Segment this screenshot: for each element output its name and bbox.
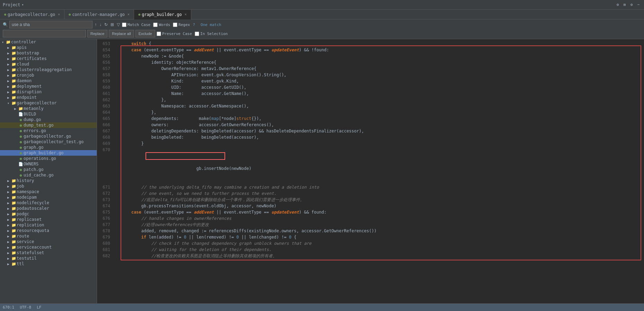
sidebar-item-resourcequota[interactable]: ▶ 📁 resourcequota [0, 228, 97, 233]
sidebar-item-replication[interactable]: ▶ 📁 replication [0, 222, 97, 228]
in-selection-option[interactable]: In Selection [195, 32, 228, 36]
sidebar-file-operations-go[interactable]: ▶ ● operations.go [0, 156, 97, 161]
code-line-654: 654 case (event.eventType == addEvent ||… [97, 47, 644, 53]
replace-input[interactable] [3, 30, 86, 37]
folder-icon-daemon: 📁 [11, 79, 17, 83]
sidebar-item-garbagecollector[interactable]: ▾ 📁 garbagecollector [0, 100, 97, 106]
code-line-672: 672 // one event, so we need to further … [97, 190, 644, 197]
tab-close-gc[interactable]: × [58, 12, 60, 16]
expand-button[interactable]: ⊞ [110, 21, 115, 28]
code-line-670: 670 gb.insertNode(newNode) [97, 147, 644, 184]
preserve-case-checkbox[interactable] [157, 32, 161, 36]
prev-match-button[interactable]: ↑ [94, 21, 97, 28]
sidebar-item-certificates[interactable]: ▶ 📁 certificates [0, 56, 97, 61]
file-icon-dump-test-go: ● [18, 123, 24, 128]
sidebar-item-apis[interactable]: ▶ 📁 apis [0, 45, 97, 50]
sidebar-file-garbagecollector-go[interactable]: ▶ ● garbagecollector.go [0, 133, 97, 139]
folder-icon-testutil: 📁 [11, 256, 17, 261]
status-encoding: UTF-8 [20, 305, 31, 310]
sidebar-item-nodeipam[interactable]: ▶ 📁 nodeipam [0, 195, 97, 200]
filter-button[interactable]: ▽ [116, 21, 121, 28]
tab-label-gc: garbagecollector.go [8, 12, 55, 17]
sidebar-item-deployment[interactable]: ▶ 📁 deployment [0, 84, 97, 89]
words-checkbox[interactable] [153, 23, 158, 27]
code-editor[interactable]: 653 switch { 654 case (event.eventType =… [97, 39, 644, 303]
code-line-671: 671 // the underlying delta_fifo may com… [97, 184, 644, 190]
preserve-case-option[interactable]: Preserve Case [157, 32, 192, 36]
code-line-676: 676 // handle changes in ownerReferences [97, 215, 644, 222]
code-line-665: 665 dependents: make(map[*node]struct{})… [97, 115, 644, 122]
sidebar-file-uid-cache-go[interactable]: ▶ ● uid_cache.go [0, 172, 97, 178]
tab-garbagecollector[interactable]: ● garbagecollector.go × [0, 10, 64, 19]
sidebar-item-bootstrap[interactable]: ▶ 📁 bootstrap [0, 50, 97, 56]
replace-all-button[interactable]: Replace all [109, 30, 134, 37]
sidebar-file-graph-go[interactable]: ▶ ● graph.go [0, 145, 97, 150]
project-label[interactable]: Project [3, 2, 20, 7]
match-case-option[interactable]: Match Case [122, 23, 150, 27]
match-case-checkbox[interactable] [122, 23, 126, 27]
file-icon-operations-go: ● [18, 156, 24, 161]
sidebar-item-podgc[interactable]: ▶ 📁 podgc [0, 211, 97, 217]
layout-icon[interactable]: ⊞ [622, 2, 627, 8]
regex-checkbox[interactable] [173, 23, 177, 27]
tab-graph-builder[interactable]: ● graph_builder.go × [134, 10, 191, 19]
file-icon-graph-builder-go: ● [18, 151, 24, 155]
exclude-button[interactable]: Exclude [135, 30, 155, 37]
minimize-icon[interactable]: − [636, 2, 641, 8]
folder-icon-apis: 📁 [11, 45, 17, 50]
sidebar-file-dump-test-go[interactable]: ▶ ● dump_test.go [0, 122, 97, 128]
sidebar-file-dump-go[interactable]: ▶ ● dump.go [0, 117, 97, 122]
sidebar-item-metaonly[interactable]: ▶ 📁 metaonly [0, 106, 97, 111]
tree-root-controller[interactable]: ▾ 📁 controller [0, 39, 97, 45]
sidebar-item-testutil[interactable]: ▶ 📁 testutil [0, 256, 97, 261]
sidebar-item-job[interactable]: ▶ 📁 job [0, 183, 97, 189]
code-line-656: 656 identity: objectReference{ [97, 59, 644, 66]
sidebar-file-BUILD[interactable]: ▶ 📄 BUILD [0, 111, 97, 117]
sidebar-item-endpoint[interactable]: ▶ 📁 endpoint [0, 95, 97, 100]
search-input[interactable] [9, 21, 92, 28]
sidebar-item-cronjob[interactable]: ▶ 📁 cronjob [0, 72, 97, 78]
code-line-658: 658 APIVersion: event.gvk.GroupVersion()… [97, 72, 644, 78]
sidebar-item-podautoscaler[interactable]: ▶ 📁 podautoscaler [0, 206, 97, 211]
sidebar-item-statefulset[interactable]: ▶ 📁 statefulset [0, 250, 97, 256]
settings-icon[interactable]: ⚙ [615, 2, 620, 8]
in-selection-checkbox[interactable] [195, 32, 199, 36]
gear-icon[interactable]: ⚙ [629, 2, 634, 8]
sidebar-item-clusterroleaggregation[interactable]: ▶ 📁 clusterroleaggregation [0, 67, 97, 72]
sidebar-item-ttl[interactable]: ▶ 📁 ttl [0, 261, 97, 267]
sidebar-item-replicaset[interactable]: ▶ 📁 replicaset [0, 217, 97, 222]
words-option[interactable]: Words [153, 23, 170, 27]
sidebar-item-nodelifecycle[interactable]: ▶ 📁 nodelifecycle [0, 200, 97, 206]
refresh-button[interactable]: ↻ [104, 21, 108, 28]
file-icon-BUILD: 📄 [18, 112, 24, 116]
file-icon-gc-go: ● [18, 134, 24, 139]
folder-icon-nodeipam: 📁 [11, 195, 17, 200]
sidebar-item-disruption[interactable]: ▶ 📁 disruption [0, 89, 97, 95]
sidebar-item-serviceaccount[interactable]: ▶ 📁 serviceaccount [0, 244, 97, 250]
tab-bar: ● garbagecollector.go × ● controller-man… [0, 10, 644, 19]
code-content: 653 switch { 654 case (event.eventType =… [97, 39, 644, 260]
regex-option[interactable]: Regex [173, 23, 190, 27]
folder-icon-disruption: 📁 [11, 90, 17, 94]
sidebar-item-namespace[interactable]: ▶ 📁 namespace [0, 189, 97, 195]
tab-close-gb[interactable]: × [185, 12, 187, 16]
tab-close-cm[interactable]: × [127, 12, 130, 16]
sidebar-file-errors-go[interactable]: ▶ ● errors.go [0, 128, 97, 133]
sidebar-item-route[interactable]: ▶ 📁 route [0, 233, 97, 239]
sidebar-item-service[interactable]: ▶ 📁 service [0, 239, 97, 244]
replace-button[interactable]: Replace [87, 30, 107, 37]
tab-controller-manager[interactable]: ● controller-manager.go × [64, 10, 134, 19]
sidebar-item-daemon[interactable]: ▶ 📁 daemon [0, 78, 97, 84]
tab-label-cm: controller-manager.go [72, 12, 125, 17]
folder-icon-bootstrap: 📁 [11, 51, 17, 55]
sidebar-file-graph-builder-go[interactable]: ▶ ● graph_builder.go [0, 150, 97, 156]
sidebar-item-history[interactable]: ▶ 📁 history [0, 178, 97, 183]
sidebar-item-cloud[interactable]: ▶ 📁 cloud [0, 61, 97, 67]
sidebar-file-patch-go[interactable]: ▶ ● patch.go [0, 167, 97, 172]
folder-icon-metaonly: 📁 [18, 106, 24, 111]
sidebar-file-OWNERS[interactable]: ▶ 📄 OWNERS [0, 161, 97, 167]
folder-icon-route: 📁 [11, 234, 17, 239]
sidebar-file-garbagecollector-test-go[interactable]: ▶ ● garbagecollector_test.go [0, 139, 97, 145]
code-line-657: 657 OwnerReference: metav1.OwnerReferenc… [97, 66, 644, 72]
next-match-button[interactable]: ↓ [99, 21, 102, 28]
